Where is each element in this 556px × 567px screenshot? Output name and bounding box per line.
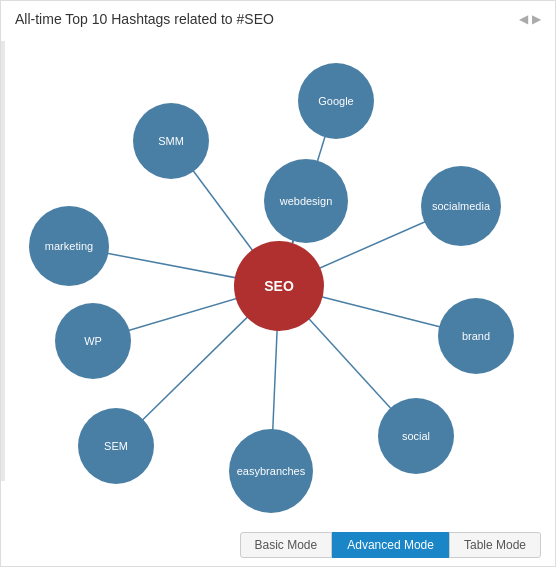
nav-arrows: ◀ ▶ [519, 12, 541, 26]
chart-title: All-time Top 10 Hashtags related to #SEO [15, 11, 274, 27]
svg-text:easybranches: easybranches [237, 465, 306, 477]
advanced-mode-button[interactable]: Advanced Mode [332, 532, 449, 558]
svg-text:marketing: marketing [45, 240, 93, 252]
svg-text:socialmedia: socialmedia [432, 200, 491, 212]
chart-area: GoogleSMMwebdesignsocialmediamarketingWP… [1, 31, 556, 521]
basic-mode-button[interactable]: Basic Mode [240, 532, 333, 558]
prev-arrow[interactable]: ◀ [519, 12, 528, 26]
svg-text:SMM: SMM [158, 135, 184, 147]
svg-text:webdesign: webdesign [279, 195, 333, 207]
svg-text:Google: Google [318, 95, 353, 107]
svg-text:SEM: SEM [104, 440, 128, 452]
svg-text:brand: brand [462, 330, 490, 342]
next-arrow[interactable]: ▶ [532, 12, 541, 26]
footer-modes: Basic Mode Advanced Mode Table Mode [1, 524, 555, 566]
svg-text:social: social [402, 430, 430, 442]
svg-text:WP: WP [84, 335, 102, 347]
table-mode-button[interactable]: Table Mode [449, 532, 541, 558]
widget-container: All-time Top 10 Hashtags related to #SEO… [0, 0, 556, 567]
widget-header: All-time Top 10 Hashtags related to #SEO… [1, 1, 555, 31]
svg-text:SEO: SEO [264, 278, 294, 294]
network-chart: GoogleSMMwebdesignsocialmediamarketingWP… [1, 31, 556, 521]
